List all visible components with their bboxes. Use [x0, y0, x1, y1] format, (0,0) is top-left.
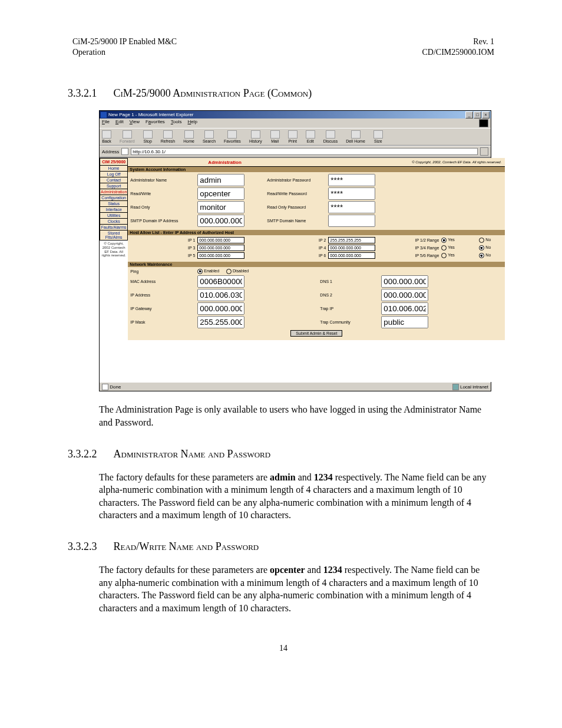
label-ip2: IP 2: [267, 238, 326, 242]
hdr-right1: Rev. 1: [422, 37, 494, 47]
paragraph-1: The Administration Page is only availabl…: [99, 403, 494, 429]
ro-name-input[interactable]: [197, 201, 244, 213]
label-ip6: IP 6: [267, 253, 326, 258]
address-input[interactable]: [131, 148, 478, 155]
close-button[interactable]: ×: [482, 111, 490, 118]
maximize-button[interactable]: □: [474, 111, 481, 118]
rw-pass-input[interactable]: [328, 187, 375, 200]
page-header: CiM-25/9000 IP Enabled M&C Operation Rev…: [72, 37, 494, 58]
admin-name-input[interactable]: [197, 174, 244, 186]
edit-button[interactable]: Edit: [306, 130, 315, 143]
label-admin-name: Administrator Name: [130, 178, 195, 182]
sidebar-item-status[interactable]: Status: [100, 201, 128, 207]
page-icon: [121, 148, 128, 155]
section-system-account: System Account Information: [128, 167, 505, 172]
menu-help[interactable]: Help: [188, 119, 197, 127]
gateway-input[interactable]: [197, 302, 244, 315]
heading-title: CiM-25/9000 Administration Page (Common): [114, 87, 312, 100]
sidebar-item-clocks[interactable]: Clocks: [100, 219, 128, 225]
ip56-yes-radio[interactable]: Yes: [441, 253, 454, 258]
dellhome-button[interactable]: Dell Home: [346, 130, 365, 143]
ping-enabled-radio[interactable]: Enabled: [197, 269, 219, 274]
favorites-button[interactable]: Favorites: [224, 130, 241, 143]
minimize-button[interactable]: _: [465, 111, 473, 118]
menu-file[interactable]: File: [102, 119, 110, 127]
go-button[interactable]: [480, 147, 488, 156]
menu-favorites[interactable]: Favorites: [146, 119, 165, 127]
sidebar-item-utilities[interactable]: Utilities: [100, 213, 128, 219]
ip3-input[interactable]: [197, 245, 244, 251]
ro-pass-input[interactable]: [328, 201, 375, 213]
ip56-no-radio[interactable]: No: [479, 253, 491, 258]
history-button[interactable]: History: [249, 130, 262, 143]
screenshot-ie-admin-page: New Page 1 - Microsoft Internet Explorer…: [99, 110, 491, 391]
menu-view[interactable]: View: [130, 119, 140, 127]
stop-icon: [143, 130, 153, 139]
back-button[interactable]: Back: [102, 130, 111, 143]
ip34-yes-radio[interactable]: Yes: [441, 245, 454, 251]
sidebar-copyright: © Copyright, 2002 Comtech EF Data. All r…: [100, 241, 128, 258]
sidebar-item-storedflts[interactable]: Stored Flts/Alms: [100, 230, 128, 241]
ip34-no-radio[interactable]: No: [479, 245, 491, 251]
sidebar-item-interface[interactable]: Interface: [100, 207, 128, 213]
ip12-yes-radio[interactable]: Yes: [441, 238, 454, 243]
history-icon: [251, 130, 260, 139]
label-trapcom: Trap Community: [320, 320, 379, 324]
ip1-input[interactable]: [197, 237, 244, 243]
mail-icon: [270, 130, 280, 139]
mail-button[interactable]: Mail: [270, 130, 280, 143]
smtp-ip-input[interactable]: [197, 215, 244, 227]
sidebar-item-configuration[interactable]: Configuration: [100, 195, 128, 201]
ip5-input[interactable]: [197, 252, 244, 259]
size-button[interactable]: Size: [373, 130, 383, 143]
home-button[interactable]: Home: [183, 130, 194, 143]
ip6-input[interactable]: [328, 252, 375, 259]
trapip-input[interactable]: [381, 302, 428, 315]
sidebar-item-contact[interactable]: Contact: [100, 177, 128, 183]
label-smtp-name: SMTP Domain Name: [267, 219, 326, 223]
menu-edit[interactable]: Edit: [115, 119, 124, 127]
ip2-input[interactable]: [328, 237, 375, 243]
status-text: Done: [110, 384, 121, 389]
label-ip56-range: IP 5/6 Range: [398, 253, 439, 258]
label-ip4: IP 4: [267, 246, 326, 250]
search-button[interactable]: Search: [203, 130, 216, 143]
trapcom-input[interactable]: [381, 316, 428, 328]
sidebar-item-support[interactable]: Support: [100, 183, 128, 189]
sidebar-brand: CIM 25/9000: [100, 158, 128, 166]
smtp-name-input[interactable]: [328, 215, 375, 227]
ip12-no-radio[interactable]: No: [479, 238, 491, 243]
throbber-icon: [479, 119, 488, 127]
mask-input[interactable]: [197, 316, 244, 328]
page-number: 14: [72, 644, 494, 653]
sidebar-item-faults[interactable]: Faults/Alarms: [100, 225, 128, 230]
rw-name-input[interactable]: [197, 187, 244, 200]
favorites-icon: [227, 130, 237, 139]
stop-button[interactable]: Stop: [143, 130, 153, 143]
forward-button[interactable]: Forward: [120, 130, 135, 143]
sidebar-item-home[interactable]: Home: [100, 166, 128, 172]
paragraph-3: The factory defaults for these parameter…: [99, 564, 494, 614]
page-title: Administration: [208, 160, 241, 165]
zone-text: Local intranet: [460, 384, 488, 389]
address-label: Address: [102, 149, 119, 154]
discuss-button[interactable]: Discuss: [323, 130, 338, 143]
mac-input[interactable]: [197, 275, 244, 288]
sidebar-item-administration[interactable]: Administration: [100, 189, 128, 195]
admin-pass-input[interactable]: [328, 174, 375, 186]
ping-disabled-radio[interactable]: Disabled: [226, 269, 249, 274]
ipaddr-input[interactable]: [197, 289, 244, 301]
status-bar: Done Local intranet: [100, 382, 491, 391]
label-ip12-range: IP 1/2 Range: [398, 238, 439, 242]
print-button[interactable]: Print: [288, 130, 297, 143]
sidebar-item-logoff[interactable]: Log Off: [100, 172, 128, 177]
size-icon: [373, 130, 383, 139]
search-icon: [204, 130, 214, 139]
submit-admin-button[interactable]: Submit Admin & Reset: [290, 330, 342, 337]
dns1-input[interactable]: [381, 275, 428, 288]
dns2-input[interactable]: [381, 289, 428, 301]
menu-tools[interactable]: Tools: [171, 119, 182, 127]
refresh-button[interactable]: Refresh: [161, 130, 176, 143]
ip4-input[interactable]: [328, 245, 375, 251]
label-smtp-ip: SMTP Domain IP Address: [130, 219, 195, 223]
